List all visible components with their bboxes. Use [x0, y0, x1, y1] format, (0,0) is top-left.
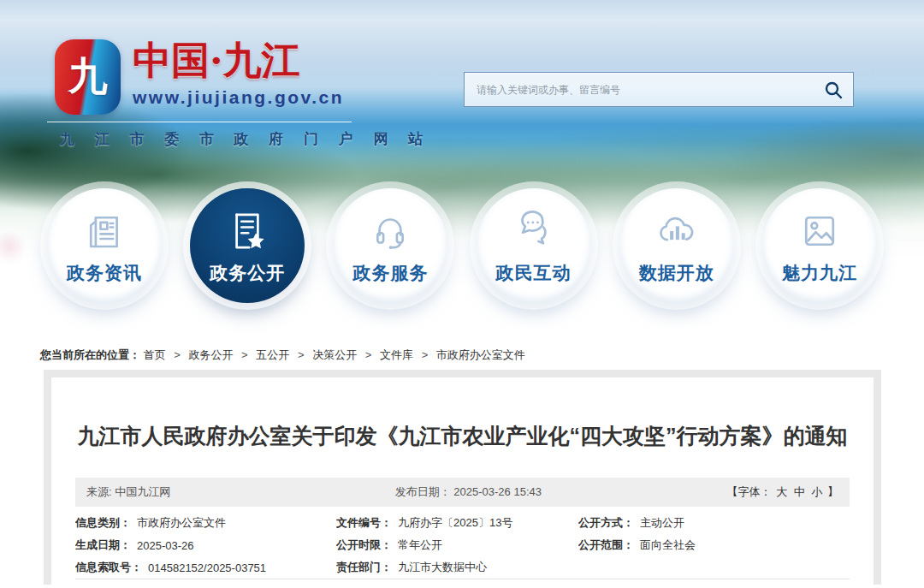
meta-label: 生成日期：: [75, 538, 131, 553]
search-button[interactable]: [814, 73, 853, 106]
search-input[interactable]: [465, 73, 814, 106]
meta-value: 面向全社会: [640, 538, 696, 553]
search-bar: [464, 72, 854, 107]
font-size-small-button[interactable]: 小: [811, 485, 822, 498]
site-logo[interactable]: 九 中国·九江 www.jiujiang.gov.cn: [55, 39, 344, 115]
meta-value: 014582152/2025-03751: [148, 561, 266, 574]
site-name: 中国·九江: [133, 39, 344, 82]
meta-label: 公开范围：: [578, 538, 634, 553]
article-title: 九江市人民政府办公室关于印发《九江市农业产业化“四大攻坚”行动方案》的通知: [75, 422, 850, 450]
breadcrumb-separator: >: [365, 348, 372, 361]
meta-cell-responsible-dept: 责任部门： 九江市大数据中心: [336, 560, 578, 575]
font-widget-prefix: 【字体：: [727, 485, 772, 498]
document-meta-table: 信息类别： 市政府办公室文件 文件编号： 九府办字〔2025〕13号 公开方式：…: [75, 507, 850, 579]
nav-item-label: 政务服务: [352, 261, 428, 285]
cloud-chart-icon: [653, 206, 701, 254]
header-divider: [47, 122, 352, 122]
nav-item-meili-jiujiang[interactable]: 魅力九江: [762, 188, 877, 303]
font-size-large-button[interactable]: 大: [776, 485, 787, 498]
header-banner: 九 中国·九江 www.jiujiang.gov.cn 九 江 市 委 市 政 …: [0, 0, 924, 336]
main-nav: 政务资讯 政务公开: [0, 188, 924, 303]
nav-item-shuju-kaifang[interactable]: 数据开放: [619, 188, 734, 303]
article-meta-bar: 来源: 中国九江网 发布日期： 2025-03-26 15:43 【字体： 大 …: [75, 478, 850, 507]
meta-cell-disclosure-method: 公开方式： 主动公开: [578, 515, 850, 531]
breadcrumb-item-wugongkai[interactable]: 五公开: [256, 348, 289, 361]
logo-texts: 中国·九江 www.jiujiang.gov.cn: [133, 39, 344, 108]
font-size-control: 【字体： 大 中 小 】: [727, 484, 850, 500]
nav-item-label: 政民互动: [496, 261, 572, 285]
newspaper-icon: [81, 206, 127, 254]
meta-cell-info-category: 信息类别： 市政府办公室文件: [75, 515, 336, 531]
article-box: 九江市人民政府办公室关于印发《九江市农业产业化“四大攻坚”行动方案》的通知 来源…: [44, 370, 881, 585]
breadcrumb-separator: >: [241, 348, 248, 361]
meta-label: 信息类别：: [75, 515, 131, 531]
font-size-medium-button[interactable]: 中: [794, 485, 805, 498]
site-logo-icon: 九: [55, 39, 121, 115]
meta-row: 生成日期： 2025-03-26 公开时限： 常年公开 公开范围： 面向全社会: [75, 534, 850, 556]
site-tagline: 九 江 市 委 市 政 府 门 户 网 站: [60, 129, 431, 149]
source-value: 中国九江网: [115, 485, 170, 498]
font-widget-suffix: 】: [827, 485, 838, 498]
page: 九 中国·九江 www.jiujiang.gov.cn 九 江 市 委 市 政 …: [0, 0, 924, 588]
logo-glyph: 九: [55, 39, 121, 115]
meta-value: 常年公开: [398, 538, 442, 553]
chat-bubbles-icon: [511, 206, 557, 254]
meta-value: 九府办字〔2025〕13号: [398, 515, 512, 531]
source-label: 来源:: [86, 485, 112, 498]
site-url: www.jiujiang.gov.cn: [133, 87, 344, 108]
breadcrumb-separator: >: [422, 348, 429, 361]
breadcrumb-item-juece-gongkai[interactable]: 决策公开: [312, 348, 357, 361]
publish-value: 2025-03-26 15:43: [453, 485, 542, 498]
nav-item-label: 政务公开: [210, 261, 285, 285]
meta-value: 九江市大数据中心: [398, 560, 487, 575]
breadcrumb: 您当前所在的位置： 首页 > 政务公开 > 五公开 > 决策公开 > 文件库 >…: [0, 336, 924, 370]
nav-item-label: 数据开放: [639, 261, 714, 285]
meta-cell-disclosure-scope: 公开范围： 面向全社会: [578, 538, 850, 553]
meta-cell-disclosure-period: 公开时限： 常年公开: [336, 538, 578, 553]
breadcrumb-item-current[interactable]: 市政府办公室文件: [436, 348, 525, 361]
meta-cell-create-date: 生成日期： 2025-03-26: [75, 538, 336, 553]
meta-label: 公开时限：: [336, 538, 392, 553]
nav-item-label: 政务资讯: [67, 261, 142, 285]
breadcrumb-item-home[interactable]: 首页: [144, 348, 166, 361]
meta-row: 信息索取号： 014582152/2025-03751 责任部门： 九江市大数据…: [75, 556, 850, 579]
meta-label: 公开方式：: [578, 515, 634, 531]
nav-item-zhengmin-hudong[interactable]: 政民互动: [477, 188, 591, 303]
breadcrumb-item-zhengwu-gongkai[interactable]: 政务公开: [188, 348, 233, 361]
meta-cell-index-number: 信息索取号： 014582152/2025-03751: [75, 560, 336, 575]
meta-value: 市政府办公室文件: [137, 515, 226, 531]
meta-value: 主动公开: [640, 515, 684, 531]
search-icon: [823, 80, 844, 100]
meta-value: 2025-03-26: [137, 539, 194, 552]
publish-label: 发布日期：: [395, 485, 451, 498]
meta-row: 信息类别： 市政府办公室文件 文件编号： 九府办字〔2025〕13号 公开方式：…: [75, 512, 850, 534]
meta-label: 责任部门：: [336, 560, 392, 575]
meta-label: 信息索取号：: [75, 560, 142, 575]
breadcrumb-separator: >: [298, 348, 305, 361]
meta-label: 文件编号：: [336, 515, 392, 531]
breadcrumb-label: 您当前所在的位置：: [40, 348, 140, 361]
article-publish-date: 发布日期： 2025-03-26 15:43: [395, 484, 542, 500]
nav-item-zhengwu-gongkai[interactable]: 政务公开: [190, 188, 305, 303]
nav-item-zhengwu-fuwu[interactable]: 政务服务: [333, 188, 447, 303]
breadcrumb-separator: >: [174, 348, 181, 361]
nav-item-label: 魅力九江: [782, 261, 857, 285]
headset-icon: [367, 206, 413, 254]
document-star-icon: [224, 206, 270, 254]
meta-cell-doc-number: 文件编号： 九府办字〔2025〕13号: [336, 515, 578, 531]
nav-item-zhengwu-zixun[interactable]: 政务资讯: [47, 188, 162, 303]
photo-icon: [797, 206, 843, 254]
breadcrumb-item-wenjianku[interactable]: 文件库: [380, 348, 413, 361]
article-source: 来源: 中国九江网: [75, 484, 170, 500]
